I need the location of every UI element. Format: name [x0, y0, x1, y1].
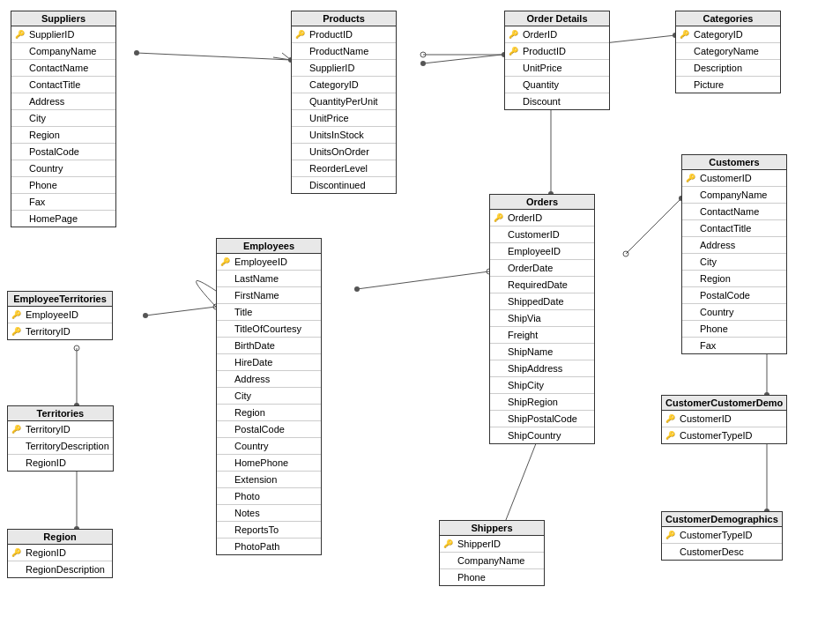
field-customers-region: Region [682, 271, 786, 287]
table-title-customers: Customers [682, 155, 786, 170]
field-name: ShipName [508, 346, 553, 357]
field-customers-contacttitle: ContactTitle [682, 220, 786, 237]
table-title-orders: Orders [490, 195, 594, 210]
field-employees-firstname: FirstName [217, 287, 321, 304]
field-name: CompanyName [700, 189, 767, 200]
field-name: Fax [700, 340, 716, 351]
svg-point-13 [623, 251, 628, 256]
field-shippers-phone: Phone [440, 569, 544, 585]
field-employees-photo: Photo [217, 488, 321, 505]
svg-point-7 [420, 52, 426, 57]
field-customerCustomerDemo-customerid: 🔑CustomerID [662, 411, 786, 427]
pk-icon: 🔑 [494, 211, 503, 225]
field-name: LastName [234, 273, 279, 284]
field-name: ShipRegion [508, 397, 558, 407]
svg-point-1 [134, 50, 139, 56]
field-orders-shippeddate: ShippedDate [490, 293, 594, 310]
field-suppliers-region: Region [11, 127, 115, 144]
field-name: City [700, 256, 717, 267]
pk-icon: 🔑 [665, 428, 675, 442]
field-name: EmployeeID [234, 256, 287, 267]
field-orderDetails-unitprice: UnitPrice [505, 60, 609, 77]
pk-icon: 🔑 [686, 171, 695, 185]
field-name: CustomerID [680, 413, 732, 424]
field-name: BirthDate [234, 340, 275, 351]
field-categories-picture: Picture [676, 77, 780, 93]
table-title-employees: Employees [217, 239, 321, 254]
table-employeeTerritories: EmployeeTerritories🔑EmployeeID🔑Territory… [7, 291, 113, 340]
field-shippers-shipperid: 🔑ShipperID [440, 536, 544, 553]
field-products-productname: ProductName [292, 43, 396, 60]
field-products-discontinued: Discontinued [292, 177, 396, 193]
table-suppliers: Suppliers🔑SupplierIDCompanyNameContactNa… [11, 11, 116, 227]
field-name: Description [694, 63, 742, 73]
svg-point-23 [143, 313, 148, 318]
table-title-categories: Categories [676, 11, 780, 26]
field-customerDemographics-customertypeid: 🔑CustomerTypeID [662, 527, 782, 544]
field-suppliers-contactname: ContactName [11, 60, 115, 77]
field-name: FirstName [234, 290, 279, 301]
field-name: Title [234, 307, 252, 317]
pk-icon: 🔑 [443, 537, 453, 551]
pk-icon: 🔑 [11, 422, 21, 436]
field-customers-address: Address [682, 237, 786, 254]
field-name: Notes [234, 508, 260, 518]
field-name: CustomerID [700, 173, 752, 183]
field-name: ReportsTo [234, 524, 279, 535]
table-title-shippers: Shippers [440, 521, 544, 536]
table-title-customerCustomerDemo: CustomerCustomerDemo [662, 396, 786, 411]
field-employees-extension: Extension [217, 472, 321, 488]
field-products-quantityperunit: QuantityPerUnit [292, 93, 396, 110]
pk-icon: 🔑 [220, 255, 230, 269]
field-name: HomePage [29, 213, 78, 224]
field-name: ShipCountry [508, 430, 561, 441]
field-suppliers-fax: Fax [11, 194, 115, 211]
field-name: Region [700, 273, 731, 284]
field-name: HomePhone [234, 457, 288, 468]
field-name: RequiredDate [508, 279, 568, 290]
field-orders-shipvia: ShipVia [490, 310, 594, 327]
field-name: PostalCode [234, 424, 285, 435]
field-name: SupplierID [29, 29, 74, 40]
svg-line-12 [626, 198, 681, 254]
field-name: Photo [234, 491, 260, 501]
pk-icon: 🔑 [11, 324, 21, 338]
field-customers-fax: Fax [682, 338, 786, 353]
field-name: Address [29, 96, 64, 107]
field-customerCustomerDemo-customertypeid: 🔑CustomerTypeID [662, 427, 786, 443]
field-name: SupplierID [309, 63, 354, 73]
table-title-orderDetails: Order Details [505, 11, 609, 26]
field-orders-customerid: CustomerID [490, 227, 594, 243]
field-employees-reportsto: ReportsTo [217, 522, 321, 539]
svg-point-4 [420, 61, 426, 66]
field-suppliers-city: City [11, 110, 115, 127]
pk-icon: 🔑 [509, 27, 518, 41]
field-products-unitprice: UnitPrice [292, 110, 396, 127]
field-name: PhotoPath [234, 541, 279, 552]
field-customers-companyname: CompanyName [682, 187, 786, 204]
field-name: Extension [234, 474, 277, 485]
field-name: UnitsInStock [309, 130, 364, 140]
table-title-territories: Territories [8, 406, 113, 421]
field-employeeTerritories-employeeid: 🔑EmployeeID [8, 307, 112, 323]
field-orderDetails-discount: Discount [505, 93, 609, 109]
field-suppliers-contacttitle: ContactTitle [11, 77, 115, 93]
svg-line-0 [137, 53, 291, 60]
field-name: CustomerID [508, 229, 560, 240]
field-employees-lastname: LastName [217, 271, 321, 287]
field-name: ContactTitle [700, 223, 751, 234]
field-suppliers-phone: Phone [11, 177, 115, 194]
field-orders-freight: Freight [490, 327, 594, 344]
field-name: TitleOfCourtesy [234, 323, 301, 334]
field-orders-shippostalcode: ShipPostalCode [490, 411, 594, 427]
field-name: CustomerTypeID [680, 530, 753, 540]
field-products-unitsonorder: UnitsOnOrder [292, 144, 396, 160]
field-suppliers-supplierid: 🔑SupplierID [11, 26, 115, 43]
field-orders-shipname: ShipName [490, 344, 594, 360]
field-orders-orderid: 🔑OrderID [490, 210, 594, 227]
field-name: City [234, 390, 251, 401]
field-name: ContactName [29, 63, 88, 73]
field-name: Country [234, 441, 269, 451]
field-name: ContactName [700, 206, 759, 217]
field-name: ProductID [309, 29, 353, 40]
